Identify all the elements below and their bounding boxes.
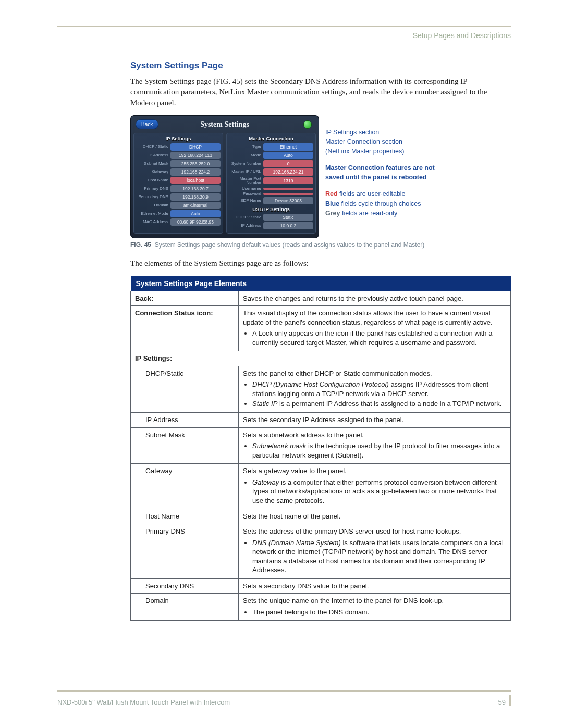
callout-red: Red fields are user-editable	[325, 189, 435, 199]
panel-row: ModeAuto	[229, 152, 313, 159]
panel-row: Password	[229, 192, 313, 196]
callout-ip-section: IP Settings section	[325, 128, 435, 137]
panel-label: Primary DNS	[136, 187, 168, 191]
table-row: Back:Saves the changes and returns to th…	[131, 291, 511, 306]
panel-row: Gateway192.168.224.2	[136, 168, 221, 176]
table-key: Subnet Mask	[131, 427, 239, 464]
panel-value[interactable]: localhost	[170, 177, 221, 184]
figure-caption: FIG. 45 System Settings page showing def…	[130, 241, 511, 249]
table-row: DHCP/StaticSets the panel to either DHCP…	[131, 366, 511, 412]
table-key: Gateway	[131, 464, 239, 509]
panel-row: MAC Address00:60:9F:92:E8:93	[136, 218, 221, 226]
panel-value[interactable]: 192.168.224.21	[263, 168, 313, 176]
panel-row: Ethernet ModeAuto	[136, 210, 221, 217]
table-key: Domain	[131, 594, 239, 621]
footer-page-number: 59	[498, 698, 506, 706]
figure-callouts: IP Settings section Master Connection se…	[325, 115, 435, 218]
panel-label: Domain	[136, 203, 168, 207]
panel-value[interactable]: 192.168.20.7	[170, 185, 221, 192]
intro-paragraph: The System Settings page (FIG. 45) sets …	[130, 76, 511, 108]
panel-value[interactable]: DHCP	[170, 143, 221, 151]
panel-row: Primary DNS192.168.20.7	[136, 185, 221, 192]
page-title: System Settings Page	[130, 60, 511, 71]
panel-value[interactable]: Device 32003	[263, 197, 313, 204]
master-connection-header: Master Connection	[229, 134, 313, 143]
panel-row: DHCP / StaticStatic	[229, 214, 313, 221]
panel-row: DHCP / StaticDHCP	[136, 143, 221, 151]
panel-label: Subnet Mask	[136, 162, 168, 166]
panel-value[interactable]: Static	[263, 214, 313, 221]
panel-value[interactable]	[263, 188, 313, 190]
callout-warning-2: saved until the panel is rebooted	[325, 172, 435, 182]
connection-status-icon	[303, 120, 312, 129]
panel-label: Username	[229, 187, 261, 191]
panel-value[interactable]: 192.168.20.9	[170, 193, 221, 201]
table-key: Host Name	[131, 509, 239, 524]
table-row: Connection Status icon:This visual displ…	[131, 306, 511, 351]
panel-row: IP Address192.168.224.113	[136, 152, 221, 159]
panel-value[interactable]: 10.0.0.2	[263, 222, 313, 229]
table-row: Secondary DNSSets a secondary DNS value …	[131, 578, 511, 594]
callout-warning-1: Master Connection features are not	[325, 163, 435, 172]
panel-label: IP Address	[229, 224, 261, 228]
table-row: DomainSets the unique name on the Intern…	[131, 594, 511, 621]
table-key: IP Settings:	[131, 351, 511, 366]
panel-label: Password	[229, 192, 261, 196]
panel-title: System Settings	[200, 120, 249, 129]
callout-blue: Blue fields cycle through choices	[325, 199, 435, 208]
panel-value[interactable]: 0	[263, 160, 313, 167]
panel-label: Mode	[229, 153, 261, 157]
panel-value[interactable]: Auto	[170, 210, 221, 217]
panel-label: Secondary DNS	[136, 195, 168, 199]
panel-label: IP Address	[136, 153, 168, 157]
table-key: Connection Status icon:	[131, 306, 239, 351]
panel-row: IP Address10.0.0.2	[229, 222, 313, 229]
panel-row: Secondary DNS192.168.20.9	[136, 193, 221, 201]
panel-value[interactable]: amx.internal	[170, 202, 221, 209]
panel-value[interactable]: 255.255.252.0	[170, 160, 221, 167]
panel-label: Ethernet Mode	[136, 212, 168, 216]
usb-ip-settings-header: USB IP Settings	[229, 206, 313, 212]
table-key: IP Address	[131, 413, 239, 428]
panel-row: Host Namelocalhost	[136, 177, 221, 184]
panel-label: Master IP / URL	[229, 170, 261, 174]
table-row: IP AddressSets the secondary IP Address …	[131, 413, 511, 428]
back-button[interactable]: Back	[136, 119, 158, 129]
panel-value[interactable]: Auto	[263, 152, 313, 159]
panel-row: Username	[229, 187, 313, 191]
table-value: Sets the unique name on the Internet to …	[239, 594, 511, 621]
panel-value[interactable]	[263, 193, 313, 195]
breadcrumb: Setup Pages and Descriptions	[57, 31, 511, 40]
callout-grey: Grey fields are read-only	[325, 208, 435, 218]
panel-value[interactable]: 192.168.224.113	[170, 152, 221, 159]
panel-row: Subnet Mask255.255.252.0	[136, 160, 221, 167]
panel-label: MAC Address	[136, 220, 168, 224]
panel-row: Master Port Number1319	[229, 177, 313, 186]
table-value: Sets the address of the primary DNS serv…	[239, 524, 511, 578]
table-value: This visual display of the connection st…	[239, 306, 511, 351]
table-key: Primary DNS	[131, 524, 239, 578]
table-key: Secondary DNS	[131, 578, 239, 594]
panel-value[interactable]: 1319	[263, 177, 313, 184]
table-row: GatewaySets a gateway value to the panel…	[131, 464, 511, 509]
callout-master-section: Master Connection section	[325, 137, 435, 146]
table-value: Sets a secondary DNS value to the panel.	[239, 578, 511, 594]
panel-label: SDP Name	[229, 199, 261, 203]
panel-label: DHCP / Static	[229, 215, 261, 219]
panel-label: System Number	[229, 162, 261, 166]
table-lead: The elements of the System Settings page…	[130, 258, 511, 268]
panel-label: Gateway	[136, 170, 168, 174]
table-key: Back:	[131, 291, 239, 306]
panel-value[interactable]: Ethernet	[263, 143, 313, 151]
panel-row: SDP NameDevice 32003	[229, 197, 313, 204]
table-title: System Settings Page Elements	[131, 276, 511, 291]
footer-product: NXD-500i 5" Wall/Flush Mount Touch Panel…	[57, 698, 230, 706]
elements-table: System Settings Page Elements Back:Saves…	[130, 276, 511, 621]
table-value: Sets a subnetwork address to the panel.S…	[239, 427, 511, 464]
panel-value[interactable]: 00:60:9F:92:E8:93	[170, 218, 221, 226]
table-value: Sets the panel to either DHCP or Static …	[239, 366, 511, 412]
ip-settings-header: IP Settings	[136, 134, 221, 143]
table-value: Sets a gateway value to the panel.Gatewa…	[239, 464, 511, 509]
panel-value[interactable]: 192.168.224.2	[170, 168, 221, 176]
table-row: Primary DNSSets the address of the prima…	[131, 524, 511, 578]
